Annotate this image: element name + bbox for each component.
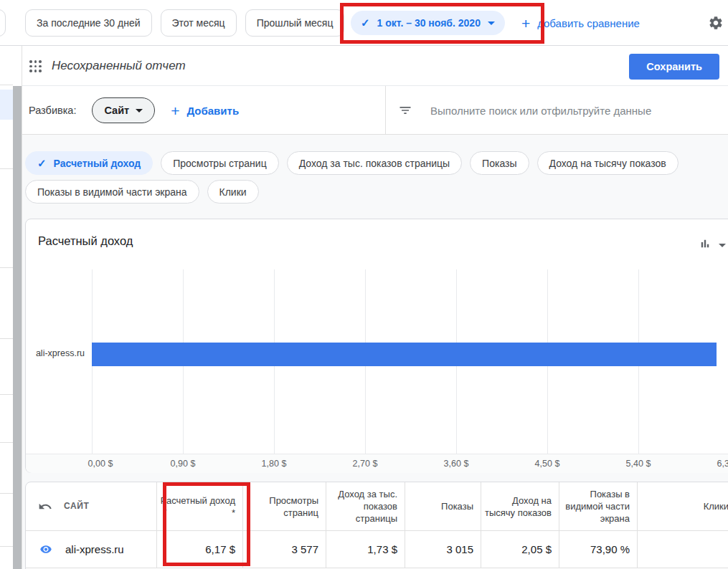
add-comparison-label: добавить сравнение [537, 17, 640, 29]
settings-gear-icon[interactable] [708, 15, 724, 31]
column-header-estimated-revenue[interactable]: ↓ Расчетный доход * [156, 482, 242, 530]
save-button[interactable]: Сохранить [629, 54, 719, 80]
report-header: Несохраненный отчет Сохранить [22, 46, 728, 86]
sort-desc-icon: ↓ [163, 500, 169, 512]
breakdown-controls: Разбивка: Сайт + Добавить [29, 86, 239, 135]
x-tick: 0,90 $ [171, 459, 196, 469]
x-tick: 2,70 $ [353, 459, 378, 469]
cutoff-date-chip[interactable] [0, 9, 6, 37]
metric-chip-page-rpm[interactable]: Доход за тыс. показов страницы [287, 151, 462, 175]
column-header-impression-rpm[interactable]: Доход на тысячу показов [481, 482, 559, 530]
column-header-viewability[interactable]: Показы в видимой части экрана [559, 482, 637, 530]
column-header-site[interactable]: САЙТ [64, 500, 89, 512]
metric-chip-impressions[interactable]: Показы [470, 151, 529, 175]
apps-grid-icon[interactable] [29, 59, 42, 73]
metric-chip-page-views[interactable]: Просмотры страниц [161, 151, 278, 175]
row-impression-rpm: 2,05 $ [481, 531, 559, 568]
dimension-chip-label: Сайт [104, 105, 129, 116]
row-site-name[interactable]: ali-xpress.ru [65, 543, 124, 555]
chart-category-label: ali-xpress.ru [26, 348, 85, 358]
chevron-down-icon [719, 244, 726, 247]
add-dimension-label: Добавить [186, 105, 239, 117]
column-header-page-views[interactable]: Просмотры страниц [242, 482, 326, 530]
metric-chip-clicks[interactable]: Клики [207, 180, 259, 204]
column-header-impressions[interactable]: Показы [405, 482, 481, 530]
preset-this-month[interactable]: Этот месяц [161, 9, 237, 37]
metric-chip-label: Расчетный доход [54, 158, 141, 169]
row-estimated-revenue: 6,17 $ [156, 531, 242, 568]
column-header-label: Расчетный доход * [157, 494, 235, 519]
report-body: ✓ Расчетный доход Просмотры страниц Дохо… [22, 135, 728, 569]
chevron-down-icon [488, 21, 495, 25]
metric-chips-row-2: Показы в видимой части экрана Клики [25, 180, 259, 204]
visibility-eye-icon[interactable] [38, 543, 54, 555]
left-edge-content [0, 46, 13, 569]
check-icon: ✓ [37, 157, 47, 170]
metric-chip-viewable-impressions[interactable]: Показы в видимой части экрана [25, 180, 199, 204]
date-presets: За последние 30 дней Этот месяц Прошлый … [25, 9, 344, 37]
table-row: ali-xpress.ru 6,17 $ 3 577 1,73 $ 3 015 … [26, 531, 728, 568]
bar-chart-icon [699, 237, 712, 253]
x-tick: 0,00 $ [88, 459, 113, 469]
search-filter-input[interactable] [430, 105, 703, 117]
filter-zone [398, 86, 703, 135]
adsense-report-screen: За последние 30 дней Этот месяц Прошлый … [0, 0, 728, 569]
preset-last-month[interactable]: Прошлый месяц [245, 9, 345, 37]
x-tick: 6,30 $ [717, 459, 728, 469]
dimension-chip-site[interactable]: Сайт [92, 97, 155, 123]
row-page-views: 3 577 [242, 531, 326, 568]
metric-chips-row-1: ✓ Расчетный доход Просмотры страниц Дохо… [25, 151, 679, 175]
chevron-down-icon [136, 109, 143, 113]
breakdown-label: Разбивка: [29, 105, 76, 116]
chart-title: Расчетный доход [38, 234, 133, 248]
report-title: Несохраненный отчет [52, 59, 186, 73]
metric-chip-impression-rpm[interactable]: Доход на тысячу показов [537, 151, 679, 175]
x-tick: 3,60 $ [444, 459, 469, 469]
date-range-chip[interactable]: ✓ 1 окт. – 30 нояб. 2020 [351, 11, 505, 35]
x-tick: 5,40 $ [626, 459, 651, 469]
undo-icon[interactable] [38, 499, 52, 514]
chart-type-selector[interactable] [699, 237, 726, 253]
preset-last-30-days[interactable]: За последние 30 дней [25, 9, 152, 37]
divider [385, 86, 386, 135]
column-header-page-rpm[interactable]: Доход за тыс. показов страницы [326, 482, 405, 530]
row-clicks [637, 531, 728, 568]
left-edge-highlight [0, 90, 13, 120]
metric-chip-estimated-revenue[interactable]: ✓ Расчетный доход [25, 151, 153, 175]
row-viewability: 73,90 % [559, 531, 637, 568]
x-tick: 4,50 $ [535, 459, 560, 469]
breakdown-row: Разбивка: Сайт + Добавить [22, 86, 728, 135]
check-icon: ✓ [361, 16, 370, 29]
table-header-row: САЙТ ↓ Расчетный доход * Просмотры стран… [26, 482, 728, 531]
x-tick: 1,80 $ [262, 459, 287, 469]
chart-card: Расчетный доход ali-xpress.ru 0,00 $ [25, 219, 728, 473]
plus-icon: + [521, 16, 530, 31]
chart-plot-area: ali-xpress.ru [26, 269, 728, 454]
chart-x-axis: 0,00 $ 0,90 $ 1,80 $ 2,70 $ 3,60 $ 4,50 … [26, 454, 728, 473]
filter-list-icon[interactable] [398, 103, 412, 118]
row-impressions: 3 015 [405, 531, 481, 568]
column-header-clicks[interactable]: Клики [637, 482, 728, 530]
row-page-rpm: 1,73 $ [326, 531, 405, 568]
date-range-label: 1 окт. – 30 нояб. 2020 [377, 17, 481, 29]
data-table-card: САЙТ ↓ Расчетный доход * Просмотры стран… [25, 482, 728, 569]
add-comparison-button[interactable]: + добавить сравнение [521, 0, 640, 46]
add-dimension-button[interactable]: + Добавить [171, 103, 239, 118]
plus-icon: + [171, 103, 179, 118]
vertical-scrollbar[interactable] [13, 86, 22, 569]
revenue-bar[interactable] [92, 343, 717, 366]
date-range-toolbar: За последние 30 дней Этот месяц Прошлый … [0, 0, 728, 46]
